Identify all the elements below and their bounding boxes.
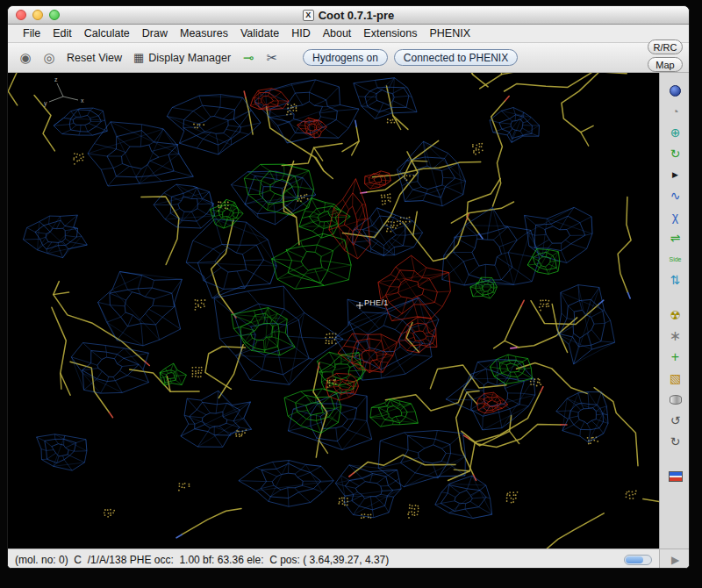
phenix-connection-label: Connected to PHENIX [404, 52, 508, 64]
scrollbar-thumb[interactable] [626, 556, 643, 563]
add-terminal-residue-icon[interactable]: + [663, 347, 689, 368]
minimize-button[interactable] [32, 10, 43, 20]
rigid-body-fit-icon[interactable]: ⊕ [663, 122, 689, 143]
reset-view-button[interactable]: Reset View [64, 52, 125, 64]
coot-window: X Coot 0.7.1-pre FileEditCalculateDrawMe… [7, 5, 690, 569]
scissors-icon[interactable]: ✂ [263, 49, 281, 67]
mutate-and-autofit-icon[interactable]: ⇅ [663, 269, 689, 290]
radiation-damage-icon[interactable]: ☢ [663, 305, 689, 326]
go-to-atom-icon[interactable]: ⊸ [240, 49, 257, 67]
hydrogens-toggle-button[interactable]: Hydrogens on [303, 49, 388, 66]
menu-item-measures[interactable]: Measures [174, 25, 234, 42]
map-button[interactable]: Map [648, 57, 683, 72]
svg-text:x: x [81, 97, 84, 104]
toolbar-overflow-button[interactable]: ▶ [671, 555, 679, 565]
redo-icon[interactable]: ↻ [663, 431, 689, 452]
window-controls [16, 6, 60, 24]
edit-chi-angles-icon[interactable]: ∿ [663, 185, 689, 206]
flip-peptide-icon[interactable]: ⇌ [663, 227, 689, 248]
display-manager-icon: ▦ [133, 51, 144, 64]
svg-text:y: y [44, 100, 47, 107]
x11-app-icon: X [303, 10, 314, 21]
svg-text:z: z [54, 76, 58, 82]
corner-panel: ▶ [659, 549, 690, 569]
side-chain-180-icon[interactable]: Side [663, 248, 689, 269]
modelling-toolbar: ◔⊕↻▶∿χ⇌Side⇅☢∗+▧↺↻ [659, 73, 690, 549]
close-button[interactable] [16, 10, 26, 20]
menu-item-calculate[interactable]: Calculate [78, 25, 136, 42]
tool-icon-group: ⊸✂ [240, 49, 281, 67]
find-waters-icon[interactable]: ∗ [663, 326, 689, 347]
molecular-viewport[interactable]: xyz PHE/1 [8, 73, 659, 549]
rock-view-icon[interactable]: ◎ [40, 49, 58, 67]
menu-item-validate[interactable]: Validate [234, 25, 285, 42]
rrc-button[interactable]: R/RC [648, 39, 683, 54]
view-icon-group: ◉◎ [17, 49, 58, 67]
zoom-button[interactable] [49, 10, 60, 20]
menu-item-edit[interactable]: Edit [47, 25, 78, 42]
status-text: (mol. no: 0) C /1/A/138 PHE occ: 1.00 bf… [15, 554, 389, 566]
phenix-connection-button[interactable]: Connected to PHENIX [394, 49, 518, 66]
delete-item-icon[interactable] [663, 389, 689, 410]
undo-icon[interactable]: ↺ [663, 410, 689, 431]
titlebar[interactable]: X Coot 0.7.1-pre [8, 6, 689, 25]
menubar: FileEditCalculateDrawMeasuresValidateHID… [8, 25, 689, 43]
rotamers-icon[interactable]: ▶ [663, 164, 689, 185]
rotate-translate-zone-icon[interactable]: ↻ [663, 143, 689, 164]
menu-item-extensions[interactable]: Extensions [357, 25, 423, 42]
picked-atom-label: PHE/1 [364, 298, 389, 307]
reset-view-label: Reset View [67, 52, 122, 64]
real-space-refine-icon[interactable] [663, 80, 689, 101]
ligand-builder-icon[interactable] [663, 466, 689, 487]
horizontal-scrollbar[interactable] [624, 555, 652, 565]
menu-item-phenix[interactable]: PHENIX [424, 25, 477, 42]
title-wrap: X Coot 0.7.1-pre [303, 9, 395, 22]
density-map-scene: xyz [8, 73, 659, 549]
menu-item-draw[interactable]: Draw [136, 25, 174, 42]
menu-item-about[interactable]: About [317, 25, 358, 42]
statusbar: (mol. no: 0) C /1/A/138 PHE occ: 1.00 bf… [8, 549, 659, 569]
spin-view-icon[interactable]: ◉ [17, 49, 34, 67]
menu-item-hid[interactable]: HID [285, 25, 317, 42]
toolbar-separator [660, 452, 690, 466]
add-alt-conf-icon[interactable]: ▧ [663, 368, 689, 389]
main-toolbar: ◉◎ Reset View ▦ Display Manager ⊸✂ Hydro… [8, 43, 689, 73]
menu-item-file[interactable]: File [17, 25, 47, 42]
hydrogens-label: Hydrogens on [312, 52, 378, 64]
toolbar-separator [660, 290, 690, 305]
display-manager-button[interactable]: ▦ Display Manager [131, 51, 233, 64]
display-manager-label: Display Manager [148, 52, 231, 64]
torsion-general-icon[interactable]: χ [663, 206, 689, 227]
window-title: Coot 0.7.1-pre [319, 9, 395, 22]
regularize-zone-icon[interactable]: ◔ [663, 101, 689, 122]
